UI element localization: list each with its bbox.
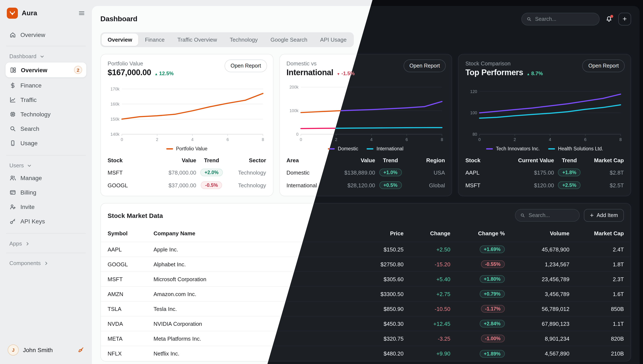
- sidebar-item-finance[interactable]: Finance: [5, 78, 87, 92]
- sidebar-item-overview[interactable]: Overview: [5, 28, 87, 42]
- divider: [6, 253, 86, 253]
- chevron-right-icon: [25, 240, 30, 246]
- svg-text:6: 6: [227, 137, 229, 142]
- credit-card-icon: [9, 189, 16, 196]
- col-header-symbol: Symbol: [108, 230, 153, 236]
- table-search[interactable]: [515, 209, 580, 222]
- page-title: Dashboard: [100, 15, 137, 23]
- tab-traffic-overview[interactable]: Traffic Overview: [171, 34, 223, 46]
- sidebar-group-users: Manage Billing Invite API Keys: [5, 170, 87, 229]
- sidebar-section-components[interactable]: Components: [5, 258, 87, 268]
- svg-text:6: 6: [584, 137, 587, 142]
- sidebar-item-label: Usage: [21, 140, 38, 146]
- tab-google-search[interactable]: Google Search: [265, 34, 313, 46]
- sidebar-item-api-keys[interactable]: API Keys: [5, 214, 87, 228]
- tab-technology[interactable]: Technology: [224, 34, 264, 46]
- sidebar-item-label: Manage: [21, 174, 42, 181]
- change-pct-pill: +1.80%: [480, 275, 505, 283]
- device-icon: [9, 140, 16, 146]
- search-icon: [520, 212, 525, 218]
- svg-text:0: 0: [478, 137, 481, 142]
- svg-text:100: 100: [470, 110, 477, 115]
- open-report-button[interactable]: Open Report: [225, 60, 267, 72]
- sidebar-section-users-label[interactable]: Users: [5, 160, 87, 170]
- trend-pill: +1.0%: [379, 168, 402, 176]
- global-search-input[interactable]: [535, 16, 594, 22]
- sidebar-item-label: Overview: [21, 32, 45, 38]
- trend-down-icon: [337, 70, 340, 76]
- legend-swatch: [367, 148, 374, 149]
- col-header: Area: [286, 157, 324, 164]
- svg-text:170k: 170k: [110, 86, 119, 91]
- svg-text:0: 0: [300, 137, 302, 142]
- user-menu[interactable]: J John Smith: [5, 342, 87, 358]
- sidebar-item-label: Traffic: [21, 96, 37, 103]
- sidebar-item-invite[interactable]: Invite: [5, 200, 87, 214]
- change-pct-pill: +1.69%: [480, 246, 505, 253]
- sidebar-item-overview-active[interactable]: Overview 2: [5, 62, 87, 78]
- sidebar-item-label: API Keys: [21, 218, 45, 225]
- notifications-bell-icon[interactable]: [605, 16, 612, 22]
- trend-delta: 12.5%: [155, 70, 174, 76]
- open-report-button[interactable]: Open Report: [403, 60, 446, 72]
- change-pct-pill: +1.89%: [480, 350, 505, 358]
- tab-overview[interactable]: Overview: [102, 34, 138, 46]
- sidebar-item-billing[interactable]: Billing: [5, 186, 87, 199]
- card-value: International: [286, 68, 333, 77]
- theme-paintbrush-icon[interactable]: [77, 346, 84, 354]
- col-header: Stock: [466, 157, 503, 164]
- sidebar-item-manage[interactable]: Manage: [5, 171, 87, 185]
- sidebar-section-dashboard-label[interactable]: Dashboard: [5, 50, 87, 61]
- col-header-volume: Volume: [505, 230, 569, 236]
- table-row: AAPL $175.00 +1.8% $2.8T: [466, 166, 624, 179]
- svg-text:120: 120: [470, 89, 477, 94]
- col-header: Trend: [554, 157, 584, 164]
- add-new-button[interactable]: [618, 13, 631, 26]
- svg-text:4: 4: [370, 137, 372, 142]
- sidebar-item-technology[interactable]: Technology: [5, 108, 87, 121]
- trend-up-icon: [155, 70, 158, 76]
- chart-line-icon: [9, 96, 16, 103]
- chevron-down-icon: [39, 53, 45, 59]
- sidebar-item-label: Finance: [21, 82, 42, 89]
- portfolio-value-card: Portfolio Value $167,000.00 12.5% Open R…: [100, 54, 273, 196]
- svg-text:2: 2: [335, 137, 337, 142]
- sidebar-section-apps[interactable]: Apps: [5, 238, 87, 248]
- sidebar-item-search[interactable]: Search: [5, 122, 87, 136]
- menu-toggle-icon[interactable]: [78, 10, 85, 16]
- notification-count-badge: 2: [74, 66, 82, 74]
- tab-api-usage[interactable]: API Usage: [314, 34, 353, 46]
- user-plus-icon: [9, 204, 16, 210]
- sidebar-item-label: Technology: [21, 111, 51, 118]
- legend-swatch: [548, 148, 555, 149]
- trend-pill: +1.8%: [558, 168, 581, 176]
- avatar: J: [8, 344, 19, 356]
- table-search-input[interactable]: [529, 212, 574, 218]
- svg-text:80: 80: [473, 132, 477, 136]
- change-pct-pill: -1.00%: [481, 335, 505, 342]
- change-pct-pill: -0.55%: [481, 260, 505, 268]
- col-header: Trend: [196, 157, 227, 164]
- global-search[interactable]: [521, 13, 600, 26]
- card-table: Stock Current Value Trend Market Cap AAP…: [466, 154, 624, 192]
- sidebar-item-traffic[interactable]: Traffic: [5, 93, 87, 106]
- open-report-button[interactable]: Open Report: [582, 60, 625, 72]
- screen: Aura Overview Dashboard Overview 2: [0, 0, 643, 364]
- sidebar: Aura Overview Dashboard Overview 2: [0, 0, 92, 364]
- user-name: John Smith: [23, 346, 53, 354]
- change-pct-pill: +2.84%: [480, 320, 505, 328]
- legend-label: International: [377, 146, 403, 151]
- search-icon: [526, 16, 532, 22]
- sidebar-header: Aura: [5, 8, 87, 19]
- users-icon: [9, 174, 16, 181]
- svg-text:4: 4: [191, 137, 193, 142]
- tab-finance[interactable]: Finance: [139, 34, 171, 46]
- col-header: Trend: [375, 157, 406, 164]
- card-value: Top Performers: [466, 68, 523, 77]
- col-header-change: Change: [403, 230, 450, 236]
- add-item-button[interactable]: Add Item: [584, 209, 624, 222]
- svg-text:8: 8: [620, 137, 622, 142]
- col-header: Market Cap: [585, 157, 624, 164]
- sidebar-group-dashboard: Overview 2 Finance Traffic Technology: [5, 61, 87, 151]
- sidebar-item-usage[interactable]: Usage: [5, 136, 87, 150]
